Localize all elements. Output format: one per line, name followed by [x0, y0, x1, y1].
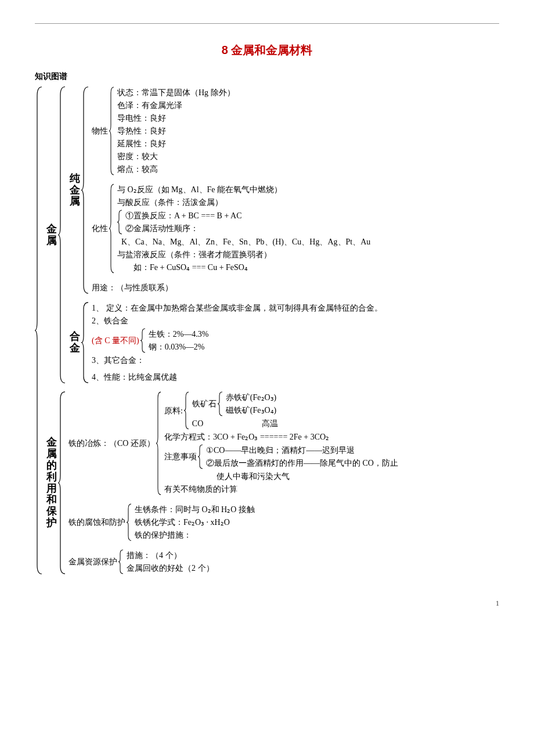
corrosion-row: 铁的腐蚀和防护 生锈条件：同时与 O₂和 H₂O 接触 铁锈化学式：Fe₂O₃ …	[68, 503, 499, 542]
corrosion-brace	[127, 503, 132, 542]
alloy-c-note: (含 C 量不同)	[92, 327, 140, 354]
ore1: 赤铁矿(Fe₂O₃)	[226, 391, 499, 404]
resource-brace	[118, 549, 124, 575]
note-brace	[198, 444, 204, 470]
smelt-brace	[156, 391, 162, 496]
resource-label: 金属资源保护	[68, 549, 118, 575]
co: CO	[192, 417, 262, 430]
alloy-iron-label: 2、铁合金	[92, 315, 499, 327]
res-measure: 措施：（4 个）	[127, 549, 499, 561]
alloy-row: 合金 1、 定义：在金属中加热熔合某些金属或非金属，就可制得具有金属特征的合金。…	[68, 301, 499, 384]
corr-formula: 铁锈化学式：Fe₂O₃ · xH₂O	[135, 516, 499, 528]
alloy-other: 3、其它合金：	[92, 354, 499, 366]
phys-row: 物性 状态：常温下是固体（Hg 除外） 色泽：有金属光泽 导电性：良好 导热性：…	[92, 86, 499, 176]
phys-item: 导电性：良好	[117, 112, 499, 124]
note1: ①CO——早出晚归；酒精灯——迟到早退	[206, 444, 499, 456]
chem-row: 化性 与 O₂反应（如 Mg、Al、Fe 能在氧气中燃烧） 与酸反应（条件：活泼…	[92, 183, 499, 274]
alloy-pig-iron: 生铁：2%—4.3%	[149, 328, 499, 340]
pure-metal-use: 用途：（与性质联系）	[92, 282, 499, 294]
root-brace	[35, 86, 43, 575]
cond: 高温	[262, 417, 278, 430]
ore-row: 铁矿石 赤铁矿(Fe₂O₃) 磁铁矿(Fe₃O₄)	[192, 391, 499, 417]
smelt-calc: 有关不纯物质的计算	[164, 483, 499, 495]
ore-label: 铁矿石	[192, 391, 218, 417]
phys-item: 色泽：有金属光泽	[117, 99, 499, 111]
chem-acid: 与酸反应（条件：活泼金属）	[117, 196, 499, 208]
util-label: 金属的利用和保护	[45, 391, 58, 575]
alloy-label: 合金	[68, 301, 81, 384]
phys-brace	[109, 86, 115, 176]
chem-salt-eg: 如：Fe + CuSO₄ === Cu + FeSO₄	[117, 261, 499, 273]
note-row: 注意事项 ①CO——早出晚归；酒精灯——迟到早退 ②最后放一盏酒精灯的作用——除…	[164, 444, 499, 470]
note2: ②最后放一盏酒精灯的作用——除尾气中的 CO，防止	[206, 457, 499, 469]
page-title: 8 金属和金属材料	[35, 41, 499, 59]
raw-row: 原料: 铁矿石	[164, 391, 499, 430]
corr-cond: 生锈条件：同时与 O₂和 H₂O 接触	[135, 503, 499, 516]
alloy-c-brace	[140, 327, 146, 354]
alloy-steel: 钢：0.03%—2%	[149, 341, 499, 353]
smelt-eq: 化学方程式：3CO + Fe₂O₃ ====== 2Fe + 3CO₂	[164, 431, 499, 443]
util-brace	[58, 391, 66, 575]
phys-item: 导热性：良好	[117, 125, 499, 137]
chem-o2: 与 O₂反应（如 Mg、Al、Fe 能在氧气中燃烧）	[117, 183, 499, 196]
phys-label: 物性	[92, 86, 109, 176]
metal-brace	[58, 86, 66, 384]
section-label: 知识图谱	[35, 70, 499, 82]
chem-salt: 与盐溶液反应（条件：强者才能置换弱者）	[117, 249, 499, 261]
alloy-perf: 4、性能：比纯金属优越	[92, 371, 499, 383]
phys-item: 密度：较大	[117, 150, 499, 163]
alloy-c-row: (含 C 量不同) 生铁：2%—4.3% 钢：0.03%—2%	[92, 327, 499, 354]
pure-metal-brace	[81, 86, 89, 294]
corr-protect: 铁的保护措施：	[135, 529, 499, 541]
chem-disp: ①置换反应：A + BC === B + AC	[125, 210, 499, 222]
phys-item: 熔点：较高	[117, 163, 499, 175]
chem-sub-brace	[117, 209, 123, 235]
raw-brace	[184, 391, 190, 430]
chem-act: ②金属活动性顺序：	[125, 222, 499, 235]
page-number: 1	[35, 598, 499, 609]
corrosion-label: 铁的腐蚀和防护	[68, 503, 127, 542]
chem-label: 化性	[92, 183, 109, 274]
chem-act-list: K、Ca、Na、Mg、Al、Zn、Fe、Sn、Pb、(H)、Cu、Hg、Ag、P…	[117, 236, 499, 248]
chem-sub-row: ①置换反应：A + BC === B + AC ②金属活动性顺序：	[117, 209, 499, 235]
pure-metal-row: 纯金属 物性 状态：常温下是固体（Hg 除外）	[68, 86, 499, 294]
top-rule	[35, 23, 499, 24]
co-row: CO 高温	[192, 417, 499, 430]
phys-item: 延展性：良好	[117, 138, 499, 150]
metal-row: 金属 纯金属 物性	[45, 86, 499, 384]
resource-row: 金属资源保护 措施：（4 个） 金属回收的好处（2 个）	[68, 549, 499, 575]
metal-label: 金属	[45, 86, 58, 384]
note-label: 注意事项	[164, 444, 198, 470]
alloy-brace	[81, 301, 89, 384]
smelt-row: 铁的冶炼：（CO 还原） 原料:	[68, 391, 499, 496]
ore-brace	[218, 391, 223, 417]
root-row: 金属 纯金属 物性	[35, 86, 499, 575]
raw-label: 原料:	[164, 391, 184, 430]
chem-brace	[109, 183, 115, 274]
alloy-def: 1、 定义：在金属中加热熔合某些金属或非金属，就可制得具有金属特征的合金。	[92, 302, 499, 314]
smelt-label: 铁的冶炼：（CO 还原）	[68, 391, 156, 496]
util-row: 金属的利用和保护 铁的冶炼：（CO 还原） 原料:	[45, 391, 499, 575]
res-recycle: 金属回收的好处（2 个）	[127, 562, 499, 574]
ore2: 磁铁矿(Fe₃O₄)	[226, 404, 499, 416]
pure-metal-label: 纯金属	[68, 86, 81, 294]
phys-item: 状态：常温下是固体（Hg 除外）	[117, 87, 499, 99]
note2b: 使人中毒和污染大气	[164, 470, 499, 483]
